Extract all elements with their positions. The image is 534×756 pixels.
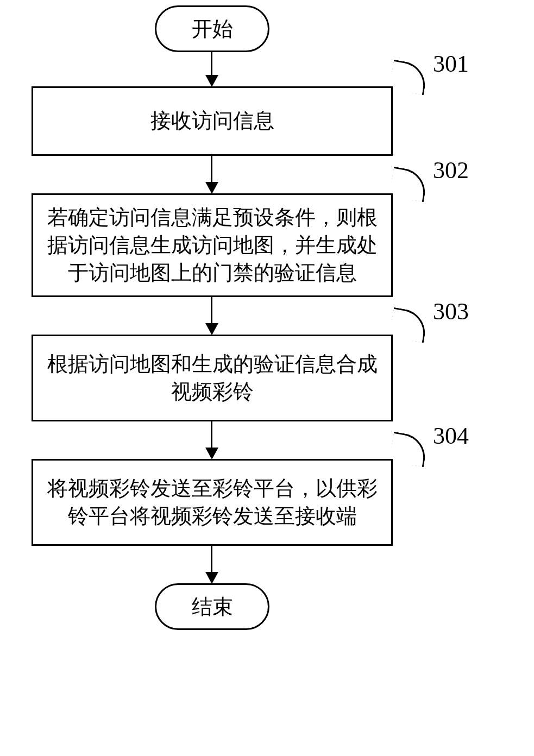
step-301-text: 接收访问信息 xyxy=(150,107,274,135)
start-terminal: 开始 xyxy=(155,5,269,52)
label-303: 303 xyxy=(433,298,469,325)
end-text: 结束 xyxy=(192,593,233,621)
step-302: 若确定访问信息满足预设条件，则根 据访问信息生成访问地图，并生成处 于访问地图上… xyxy=(32,193,393,297)
step-303: 根据访问地图和生成的验证信息合成 视频彩铃 xyxy=(32,335,393,421)
step-302-text: 若确定访问信息满足预设条件，则根 据访问信息生成访问地图，并生成处 于访问地图上… xyxy=(47,204,378,287)
arrow-304-end xyxy=(211,546,212,573)
curve-304 xyxy=(389,432,429,467)
curve-302 xyxy=(389,167,429,202)
curve-303 xyxy=(389,307,429,343)
arrow-head-303-304 xyxy=(205,448,218,459)
arrow-head-301-302 xyxy=(205,182,218,194)
step-304: 将视频彩铃发送至彩铃平台，以供彩 铃平台将视频彩铃发送至接收端 xyxy=(32,459,393,546)
step-301: 接收访问信息 xyxy=(32,86,393,156)
arrow-302-303 xyxy=(211,297,212,324)
step-303-text: 根据访问地图和生成的验证信息合成 视频彩铃 xyxy=(47,350,378,406)
label-304: 304 xyxy=(433,422,469,450)
arrow-head-304-end xyxy=(205,572,218,584)
arrow-start-301 xyxy=(211,52,212,76)
arrow-303-304 xyxy=(211,421,212,449)
label-301: 301 xyxy=(433,50,469,78)
step-304-text: 将视频彩铃发送至彩铃平台，以供彩 铃平台将视频彩铃发送至接收端 xyxy=(47,475,378,531)
arrow-301-302 xyxy=(211,156,212,183)
end-terminal: 结束 xyxy=(155,583,269,630)
start-text: 开始 xyxy=(192,15,233,43)
arrow-head-302-303 xyxy=(205,323,218,335)
curve-301 xyxy=(389,60,429,95)
arrow-head-start-301 xyxy=(205,75,218,87)
label-302: 302 xyxy=(433,156,469,184)
